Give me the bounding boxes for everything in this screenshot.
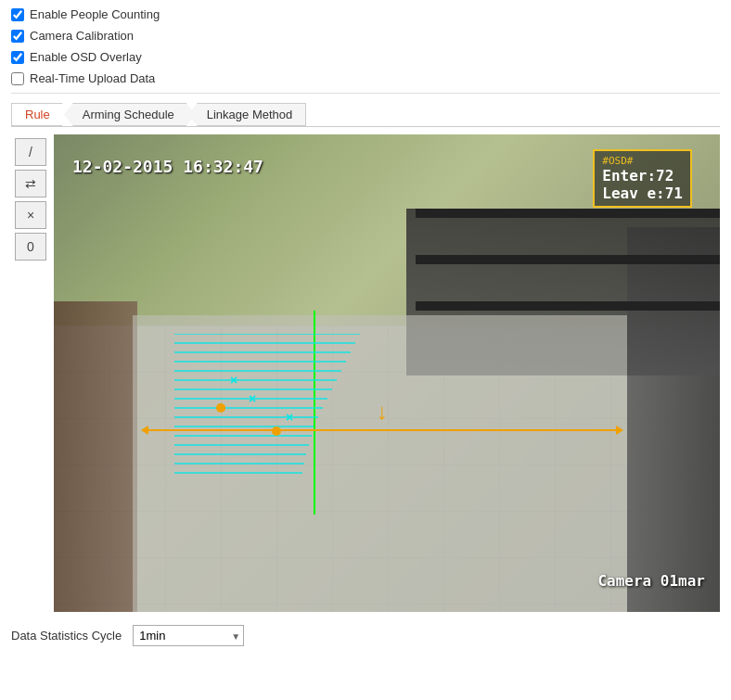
move-tool-button[interactable]: ⇄ [15,170,46,197]
svg-point-20 [216,403,225,413]
camera-label: Camera 01mar [597,572,705,590]
beam-2 [416,255,720,264]
left-shelf [54,301,137,612]
divider [11,93,720,94]
delete-icon: × [27,208,34,223]
cycle-label: Data Statistics Cycle [11,629,122,643]
camera-view: 12-02-2015 16:32:47 #OSD# Enter:72 Leav … [54,134,720,612]
camera-timestamp: 12-02-2015 16:32:47 [72,157,263,176]
tab-rule[interactable]: Rule [11,103,71,126]
cycle-select-wrapper: 1min5min10min30min1hour ▼ [133,625,244,646]
svg-text:×: × [230,373,237,388]
beam-1 [416,209,720,218]
delete-tool-button[interactable]: × [15,201,46,229]
cb-realtime-upload-label: Real-Time Upload Data [30,71,155,85]
draw-icon: / [29,145,32,159]
enter-count: Enter:72 [602,167,683,185]
tab-linkage-method[interactable]: Linkage Method [188,103,307,126]
cb-osd-overlay[interactable] [11,51,24,64]
cb-camera-calib-label: Camera Calibration [30,29,134,43]
cb-people-counting[interactable] [11,8,24,21]
cb-osd-overlay-label: Enable OSD Overlay [30,50,142,64]
osd-tag: #OSD# [602,155,683,167]
move-icon: ⇄ [25,176,36,191]
toolbar: / ⇄ × 0 [11,134,50,612]
beam-3 [416,301,720,311]
cycle-select[interactable]: 1min5min10min30min1hour [133,625,244,646]
cb-realtime-upload[interactable] [11,72,24,85]
svg-point-19 [272,426,281,436]
right-arrowhead [616,426,623,435]
number-icon: 0 [27,239,34,254]
cb-people-counting-label: Enable People Counting [30,7,160,21]
checkbox-row-cb-people-counting: Enable People Counting [11,7,720,21]
down-arrow: ↓ [377,399,388,425]
osd-box: #OSD# Enter:72 Leav e:71 [593,149,692,208]
draw-tool-button[interactable]: / [15,138,46,166]
svg-text:×: × [249,391,256,406]
left-arrowhead [141,426,148,435]
cb-camera-calib[interactable] [11,30,24,43]
tabs-container: Rule Arming Schedule Linkage Method [11,103,720,127]
number-tool-button[interactable]: 0 [15,233,46,261]
checkbox-row-cb-realtime-upload: Real-Time Upload Data [11,71,720,85]
tab-arming-schedule[interactable]: Arming Schedule [64,103,196,126]
settings-panel: Enable People CountingCamera Calibration… [0,0,731,127]
checkbox-row-cb-osd-overlay: Enable OSD Overlay [11,50,720,64]
svg-text:×: × [286,410,293,425]
horizontal-arrow-line [147,429,618,431]
checkboxes-container: Enable People CountingCamera Calibration… [11,7,720,85]
bottom-bar: Data Statistics Cycle 1min5min10min30min… [0,616,731,655]
camera-area: / ⇄ × 0 12-02-2015 16:32:47 #OSD# [11,134,720,612]
checkbox-row-cb-camera-calib: Camera Calibration [11,29,720,43]
leave-count: Leav e:71 [602,185,683,202]
